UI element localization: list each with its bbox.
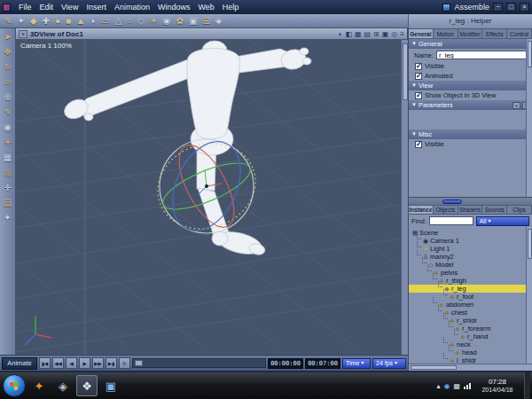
menu-insert[interactable]: Insert xyxy=(86,3,106,12)
tray-status-icon[interactable]: ◉ xyxy=(443,382,450,390)
render-preview-icon[interactable]: ◎ xyxy=(391,30,397,38)
visible-checkbox[interactable] xyxy=(415,63,422,70)
section-view[interactable]: View xyxy=(409,81,532,90)
viewport-menu-icon[interactable]: ≡ xyxy=(400,30,404,38)
tab-modifier[interactable]: Modifier xyxy=(458,28,483,39)
tree-item-scene[interactable]: Scene xyxy=(409,229,532,237)
rotate-icon[interactable]: ↻ xyxy=(1,60,15,75)
step-back-button[interactable]: ◀ xyxy=(66,357,77,369)
target-icon[interactable]: ◉ xyxy=(1,121,15,136)
maximize-button[interactable]: □ xyxy=(506,3,516,12)
taskbar-app-2[interactable]: ◈ xyxy=(52,375,74,396)
split-view-icon[interactable]: ◧ xyxy=(345,30,352,38)
tree-item-neck[interactable]: neck xyxy=(409,340,532,348)
go-to-end-button[interactable]: ▶▮ xyxy=(106,357,117,369)
tree-item-light[interactable]: Light 1 xyxy=(409,245,532,253)
play-button[interactable]: ▶ xyxy=(79,357,90,369)
hidden-icons-arrow[interactable]: ▴ xyxy=(436,382,440,390)
menu-view[interactable]: View xyxy=(61,3,78,12)
edit-pen-icon[interactable]: ✎ xyxy=(1,106,15,121)
shading-mode-icon[interactable]: ◐ xyxy=(339,30,343,38)
tab-control[interactable]: Control xyxy=(507,28,532,39)
sun-light-icon[interactable]: ☀ xyxy=(150,15,158,27)
rewind-button[interactable]: ◀◀ xyxy=(52,357,64,369)
tree-item-r-hand[interactable]: r_hand xyxy=(409,332,532,340)
panel-collapse-handle[interactable] xyxy=(442,200,462,204)
section-parameters[interactable]: Parameters + ≡ xyxy=(409,100,532,110)
grid-icon[interactable]: ⊞ xyxy=(202,15,209,27)
particle-icon[interactable]: ✿ xyxy=(176,15,184,27)
menu-windows[interactable]: Windows xyxy=(158,3,191,12)
viewport-vertical-scrollbar[interactable] xyxy=(401,40,408,355)
camera-tool-icon[interactable]: ◉ xyxy=(163,15,171,27)
add-view-icon[interactable]: ⊞ xyxy=(373,30,379,38)
fps-dropdown[interactable]: 24 fps xyxy=(372,358,406,369)
tree-item-r-shldr[interactable]: r_shldr xyxy=(409,317,532,325)
animate-toggle-button[interactable]: Animate xyxy=(2,357,37,370)
animated-checkbox[interactable] xyxy=(415,73,422,80)
menu-help[interactable]: Help xyxy=(223,3,239,12)
close-button[interactable]: × xyxy=(520,3,529,12)
tree-item-manny2[interactable]: manny2 xyxy=(409,253,532,261)
tree-item-head[interactable]: head xyxy=(409,348,532,356)
pyramid-icon[interactable]: △ xyxy=(114,15,121,27)
tab-sounds[interactable]: Sounds xyxy=(482,205,507,215)
gem-icon[interactable]: ◇ xyxy=(137,15,145,27)
layers-icon[interactable]: ▤ xyxy=(1,196,15,211)
name-input[interactable] xyxy=(436,51,528,59)
grid-view-icon[interactable]: ▦ xyxy=(355,30,362,38)
section-general[interactable]: General xyxy=(409,39,532,49)
ring-icon[interactable]: ○ xyxy=(127,15,132,27)
tree-item-r-forearm[interactable]: r_forearm xyxy=(409,325,532,332)
taskbar-app-1[interactable]: ✦ xyxy=(28,375,50,396)
tree-item-r-leg-selected[interactable]: r_leg xyxy=(409,285,532,293)
timeline-slider[interactable] xyxy=(132,358,266,368)
timeline-thumb[interactable] xyxy=(135,360,143,366)
viewport-close-icon[interactable]: × xyxy=(19,30,27,38)
start-button[interactable] xyxy=(3,374,26,397)
tab-shaders[interactable]: Shaders xyxy=(458,205,483,215)
tree-item-abdomen[interactable]: abdomen xyxy=(409,301,532,309)
tree-horizontal-scrollbar[interactable] xyxy=(409,364,532,371)
menu-animation[interactable]: Animation xyxy=(114,3,150,12)
tree-scrollbar[interactable] xyxy=(526,227,532,364)
tree-item-camera[interactable]: Camera 1 xyxy=(409,237,532,245)
find-input[interactable] xyxy=(429,216,473,225)
scrollbar-thumb[interactable] xyxy=(411,365,457,370)
tab-objects[interactable]: Objects xyxy=(434,205,458,215)
panel-view-icon[interactable]: ▣ xyxy=(382,30,389,38)
taskbar-app-active[interactable]: ❖ xyxy=(76,375,98,396)
cone-icon[interactable]: ▲ xyxy=(76,15,85,27)
sphere-icon[interactable]: ● xyxy=(55,15,60,27)
cube-icon[interactable]: ■ xyxy=(66,15,71,27)
add-parameter-button[interactable]: + xyxy=(512,102,520,109)
tab-effects[interactable]: Effects xyxy=(482,28,507,39)
light-tool-icon[interactable]: ☀ xyxy=(1,136,15,151)
crosshair-icon[interactable]: ✛ xyxy=(1,181,15,196)
properties-scrollbar[interactable] xyxy=(526,39,532,197)
menu-file[interactable]: File xyxy=(19,3,32,12)
plus-icon[interactable]: ✚ xyxy=(42,15,49,27)
show-object-checkbox[interactable] xyxy=(415,92,422,99)
star-icon[interactable]: ✦ xyxy=(17,15,24,27)
scrollbar-thumb[interactable] xyxy=(403,43,408,100)
menu-edit[interactable]: Edit xyxy=(40,3,54,12)
panel-icon[interactable]: ▣ xyxy=(189,15,197,27)
tree-item-l-shldr[interactable]: l_shldr xyxy=(409,356,532,364)
tab-instance[interactable]: Instance xyxy=(409,205,434,215)
pen-tool-icon[interactable]: ✎ xyxy=(4,15,12,27)
fast-forward-button[interactable]: ▶▶ xyxy=(92,357,104,369)
tray-app-icon[interactable]: ▦ xyxy=(453,382,460,390)
star-tool-icon[interactable]: ✦ xyxy=(1,211,15,226)
section-misc[interactable]: Misc xyxy=(409,129,532,139)
filter-dropdown[interactable]: All xyxy=(476,216,529,226)
diamond-outline-icon[interactable]: ◈ xyxy=(215,15,223,27)
go-to-start-button[interactable]: ▮◀ xyxy=(39,357,51,369)
scale-icon[interactable]: ▱ xyxy=(1,75,15,90)
scrollbar-thumb[interactable] xyxy=(528,229,532,259)
tab-clips[interactable]: Clips xyxy=(507,205,532,215)
tree-item-r-thigh[interactable]: r_thigh xyxy=(409,277,532,285)
menu-web[interactable]: Web xyxy=(198,3,214,12)
plane-icon[interactable]: ▭ xyxy=(101,15,109,27)
3d-scene-canvas[interactable]: Camera 1 100% xyxy=(16,40,408,355)
